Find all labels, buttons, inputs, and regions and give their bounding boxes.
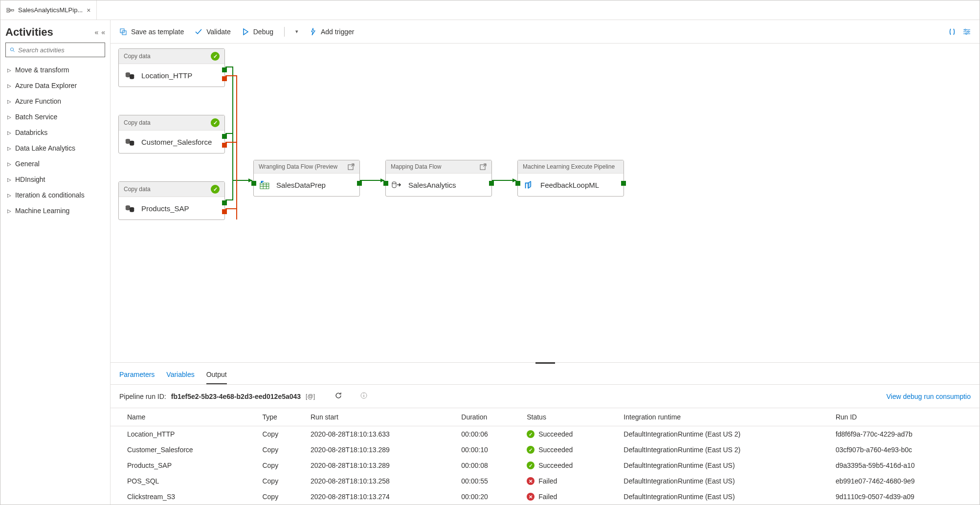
caret-icon: ▷ xyxy=(7,99,11,104)
pipeline-node[interactable]: Mapping Data FlowSalesAnalytics xyxy=(385,160,492,197)
close-icon[interactable]: × xyxy=(87,6,90,14)
activities-sidebar: Activities « « ▷Move & transform▷Azure D… xyxy=(0,20,111,505)
output-grid: Name Type Run start Duration Status Inte… xyxy=(111,408,980,505)
pipeline-node[interactable]: Wrangling Data Flow (PreviewSalesDataPre… xyxy=(253,160,360,197)
sidebar-item[interactable]: ▷Iteration & conditionals xyxy=(5,187,105,203)
col-name[interactable]: Name xyxy=(111,408,255,426)
run-id-value: fb1ef5e2-5b23-4e68-b2d3-eed012e5a043 xyxy=(171,393,301,400)
svg-point-3 xyxy=(10,48,13,51)
caret-icon: ▷ xyxy=(7,146,11,151)
caret-icon: ▷ xyxy=(7,130,11,135)
success-icon: ✓ xyxy=(527,446,535,454)
svg-rect-0 xyxy=(7,8,9,10)
success-icon: ✓ xyxy=(527,461,535,469)
svg-point-12 xyxy=(966,33,967,34)
sidebar-item[interactable]: ▷Azure Data Explorer xyxy=(5,78,105,93)
search-input[interactable] xyxy=(5,43,105,57)
svg-point-10 xyxy=(968,31,969,32)
search-icon xyxy=(10,46,15,53)
caret-icon: ▷ xyxy=(7,161,11,167)
col-type[interactable]: Type xyxy=(255,408,304,426)
sidebar-item[interactable]: ▷Databricks xyxy=(5,125,105,140)
save-template-button[interactable]: Save as template xyxy=(119,28,184,36)
table-row[interactable]: Products_SAPCopy2020-08-28T18:10:13.2890… xyxy=(111,458,980,473)
view-consumption-link[interactable]: View debug run consumptio xyxy=(886,393,971,400)
svg-point-32 xyxy=(363,394,364,395)
play-icon xyxy=(242,28,249,36)
success-badge-icon: ✓ xyxy=(211,118,220,127)
table-row[interactable]: Clickstream_S3Copy2020-08-28T18:10:13.27… xyxy=(111,489,980,505)
col-ir[interactable]: Integration runtime xyxy=(617,408,828,426)
trigger-icon xyxy=(309,28,317,36)
validate-button[interactable]: Validate xyxy=(195,28,231,36)
separator xyxy=(284,27,285,37)
tab-bar: SalesAnalyticsMLPip... × xyxy=(0,0,980,20)
tab-title: SalesAnalyticsMLPip... xyxy=(18,6,83,14)
table-row[interactable]: POS_SQLCopy2020-08-28T18:10:13.25800:00:… xyxy=(111,473,980,489)
caret-icon: ▷ xyxy=(7,177,11,182)
info-icon[interactable] xyxy=(360,392,368,401)
sidebar-item[interactable]: ▷General xyxy=(5,156,105,172)
caret-icon: ▷ xyxy=(7,67,11,73)
svg-point-29 xyxy=(392,182,396,184)
success-icon: ✓ xyxy=(527,430,535,438)
ml-icon xyxy=(524,180,535,189)
mapping-icon xyxy=(392,180,402,189)
add-trigger-button[interactable]: Add trigger xyxy=(309,28,354,36)
tab-parameters[interactable]: Parameters xyxy=(119,369,155,384)
code-icon[interactable] xyxy=(948,28,956,36)
caret-icon: ▷ xyxy=(7,83,11,88)
table-row[interactable]: Location_HTTPCopy2020-08-28T18:10:13.633… xyxy=(111,426,980,442)
editor-tab[interactable]: SalesAnalyticsMLPip... × xyxy=(0,0,97,20)
debug-dropdown[interactable]: ▾ xyxy=(295,28,298,35)
pipeline-node[interactable]: Copy data✓Customer_Salesforce xyxy=(118,115,225,154)
svg-rect-2 xyxy=(11,9,14,11)
pipeline-node[interactable]: Copy data✓Location_HTTP xyxy=(118,48,225,87)
refresh-icon[interactable] xyxy=(334,392,342,401)
output-tabs: Parameters Variables Output xyxy=(111,364,980,385)
svg-line-4 xyxy=(13,50,15,52)
save-icon xyxy=(119,28,127,36)
sidebar-item[interactable]: ▷HDInsight xyxy=(5,172,105,187)
sidebar-item[interactable]: ▷Azure Function xyxy=(5,93,105,109)
sidebar-item[interactable]: ▷Batch Service xyxy=(5,109,105,125)
pipeline-canvas[interactable]: Copy data✓Location_HTTPCopy data✓Custome… xyxy=(111,44,980,362)
success-badge-icon: ✓ xyxy=(211,52,220,61)
pipeline-icon xyxy=(6,6,14,14)
chevron-collapse-icon[interactable]: « xyxy=(101,28,105,36)
svg-rect-1 xyxy=(7,11,9,12)
external-icon[interactable] xyxy=(480,163,487,170)
sidebar-title: Activities xyxy=(5,26,53,39)
sidebar-item[interactable]: ▷Machine Learning xyxy=(5,203,105,219)
fail-icon: ✕ xyxy=(527,493,535,501)
svg-rect-23 xyxy=(260,183,269,189)
caret-icon: ▷ xyxy=(7,208,11,214)
tab-variables[interactable]: Variables xyxy=(166,369,194,384)
col-start[interactable]: Run start xyxy=(304,408,454,426)
success-badge-icon: ✓ xyxy=(211,185,220,194)
chevron-double-icon[interactable]: « xyxy=(94,28,98,36)
run-id-bar: Pipeline run ID: fb1ef5e2-5b23-4e68-b2d3… xyxy=(111,385,980,408)
col-runid[interactable]: Run ID xyxy=(829,408,980,426)
sidebar-item[interactable]: ▷Move & transform xyxy=(5,62,105,78)
external-icon[interactable] xyxy=(348,163,355,170)
fail-icon: ✕ xyxy=(527,477,535,485)
col-duration[interactable]: Duration xyxy=(454,408,520,426)
svg-point-8 xyxy=(965,29,966,30)
copy-data-icon xyxy=(125,71,135,80)
pipeline-node[interactable]: Copy data✓Products_SAP xyxy=(118,181,225,220)
caret-icon: ▷ xyxy=(7,193,11,198)
tab-output[interactable]: Output xyxy=(206,369,227,384)
table-row[interactable]: Customer_SalesforceCopy2020-08-28T18:10:… xyxy=(111,442,980,458)
copy-icon[interactable]: [@] xyxy=(306,393,315,400)
pipeline-node[interactable]: Machine Learning Execute PipelineFeedbac… xyxy=(517,160,624,197)
settings-icon[interactable] xyxy=(963,28,971,36)
copy-data-icon xyxy=(125,204,135,213)
toolbar: Save as template Validate Debug ▾ Add tr… xyxy=(111,20,980,44)
caret-icon: ▷ xyxy=(7,114,11,120)
col-status[interactable]: Status xyxy=(520,408,617,426)
check-icon xyxy=(195,28,202,36)
debug-button[interactable]: Debug xyxy=(242,28,273,36)
sidebar-item[interactable]: ▷Data Lake Analytics xyxy=(5,140,105,156)
wrangling-icon xyxy=(260,180,270,189)
